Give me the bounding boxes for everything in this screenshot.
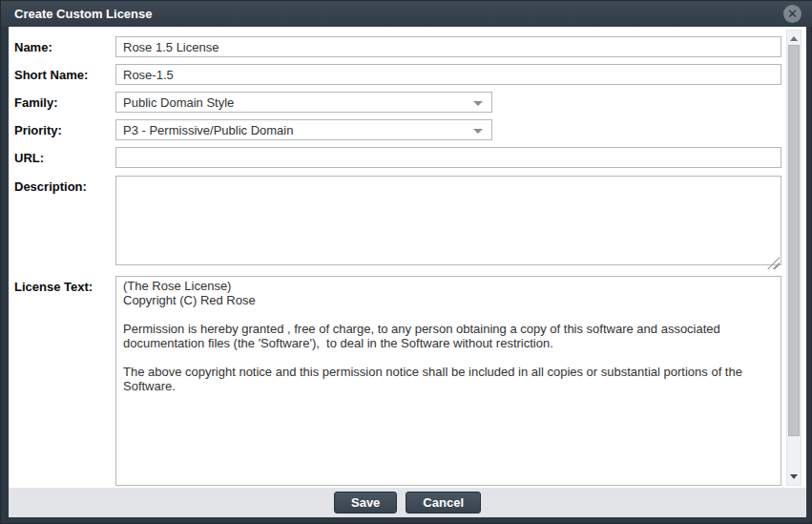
priority-dropdown[interactable]: P3 - Permissive/Public Domain (115, 119, 492, 140)
family-selected-value: Public Domain Style (123, 95, 234, 110)
save-button[interactable]: Save (334, 492, 397, 514)
close-button[interactable]: ✕ (783, 5, 802, 23)
name-label: Name: (14, 40, 52, 54)
dialog-scrollbar[interactable] (786, 30, 802, 486)
chevron-down-icon (473, 101, 483, 106)
family-dropdown[interactable]: Public Domain Style (115, 92, 492, 113)
cancel-button[interactable]: Cancel (406, 492, 481, 514)
url-label: URL: (14, 151, 44, 165)
dialog-title: Create Custom License (14, 7, 153, 21)
family-label: Family: (14, 95, 58, 110)
priority-selected-value: P3 - Permissive/Public Domain (123, 123, 293, 137)
chevron-down-icon (473, 129, 483, 134)
description-label: Description: (14, 179, 87, 194)
short-name-input[interactable] (115, 64, 781, 85)
name-input[interactable] (115, 36, 781, 57)
dialog-body: Name: Short Name: Family: Public Domain … (9, 27, 806, 488)
priority-label: Priority: (14, 123, 62, 137)
scroll-down-icon[interactable] (790, 474, 798, 479)
close-icon: ✕ (787, 8, 798, 20)
create-custom-license-dialog: Create Custom License ✕ Name: Short Name… (0, 0, 812, 524)
scroll-up-icon[interactable] (790, 36, 798, 41)
license-text-textarea[interactable]: (The Rose License) Copyright (C) Red Ros… (115, 276, 781, 486)
scrollbar-thumb[interactable] (788, 45, 800, 436)
url-input[interactable] (115, 147, 781, 168)
dialog-footer: Save Cancel (9, 488, 806, 517)
dialog-titlebar: Create Custom License ✕ (1, 1, 812, 27)
license-text-label: License Text: (14, 280, 93, 294)
description-textarea[interactable] (115, 176, 781, 265)
short-name-label: Short Name: (14, 68, 88, 82)
